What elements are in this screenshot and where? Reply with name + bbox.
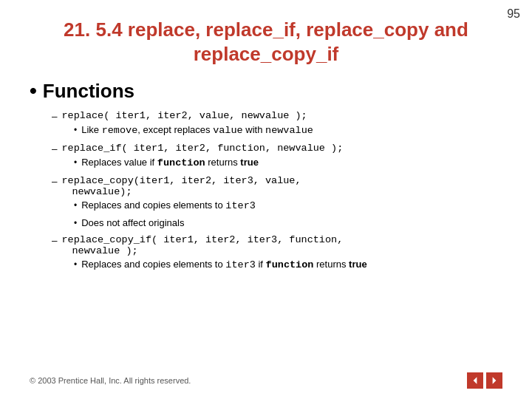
- sub-dot-icon: •: [74, 125, 77, 135]
- dash-icon: –: [52, 143, 58, 154]
- sub-dot-icon: •: [74, 157, 77, 168]
- dash-line: – replace_copy(iter1, iter2, iter3, valu…: [52, 175, 502, 197]
- main-bullet-label: Functions: [43, 80, 134, 103]
- main-bullet: • Functions: [30, 79, 502, 103]
- dash-line: – replace( iter1, iter2, value, newvalue…: [52, 110, 502, 122]
- code-snippet-line2: newvalue);: [72, 186, 301, 197]
- list-item: – replace_if( iter1, iter2, function, ne…: [52, 143, 502, 172]
- slide: 95 21. 5.4 replace, replace_if, replace_…: [0, 0, 532, 399]
- svg-marker-0: [474, 377, 477, 384]
- sub-text: Replaces value if function returns true: [81, 156, 259, 171]
- list-item: – replace_copy(iter1, iter2, iter3, valu…: [52, 175, 502, 231]
- code-snippet-line1: replace_copy_if( iter1, iter2, iter3, fu…: [62, 234, 344, 245]
- code-snippet: replace( iter1, iter2, value, newvalue )…: [62, 110, 307, 121]
- prev-button[interactable]: [467, 372, 483, 389]
- sub-dot-icon: •: [74, 218, 77, 228]
- code-block: replace_copy_if( iter1, iter2, iter3, fu…: [62, 234, 344, 256]
- footer-navigation[interactable]: [467, 372, 502, 389]
- content-list: – replace( iter1, iter2, value, newvalue…: [52, 110, 502, 274]
- footer: © 2003 Prentice Hall, Inc. All rights re…: [0, 372, 532, 389]
- page-number: 95: [507, 7, 520, 21]
- code-snippet-line1: replace_copy(iter1, iter2, iter3, value,: [62, 175, 301, 186]
- prev-icon: [471, 376, 480, 385]
- dash-line: – replace_copy_if( iter1, iter2, iter3, …: [52, 234, 502, 256]
- code-block: replace_copy(iter1, iter2, iter3, value,…: [62, 175, 301, 197]
- sub-bullet: • Replaces and copies elements to iter3: [74, 199, 502, 214]
- slide-title: 21. 5.4 replace, replace_if, replace_cop…: [30, 18, 502, 66]
- code-snippet: replace_if( iter1, iter2, function, newv…: [62, 143, 344, 154]
- next-button[interactable]: [486, 372, 502, 389]
- dash-line: – replace_if( iter1, iter2, function, ne…: [52, 143, 502, 154]
- sub-bullet: • Replaces and copies elements to iter3 …: [74, 258, 502, 273]
- dash-icon: –: [52, 111, 58, 122]
- sub-dot-icon: •: [74, 259, 77, 270]
- sub-bullet: • Replaces value if function returns tru…: [74, 156, 502, 171]
- sub-text-originals: Does not affect originals: [81, 216, 184, 230]
- sub-bullet: • Like remove, except replaces value wit…: [74, 123, 502, 138]
- sub-text: Replaces and copies elements to iter3 if…: [81, 258, 366, 273]
- svg-marker-1: [493, 377, 497, 384]
- sub-text: Like remove, except replaces value with …: [81, 123, 313, 138]
- code-snippet-line2: newvalue );: [72, 245, 344, 256]
- list-item: – replace_copy_if( iter1, iter2, iter3, …: [52, 234, 502, 274]
- main-bullet-dot: •: [30, 79, 37, 103]
- dash-icon: –: [52, 176, 58, 187]
- next-icon: [490, 376, 499, 385]
- sub-text: Replaces and copies elements to iter3: [81, 199, 256, 214]
- sub-dot-icon: •: [74, 200, 77, 211]
- list-item: – replace( iter1, iter2, value, newvalue…: [52, 110, 502, 140]
- sub-bullet: • Does not affect originals: [74, 216, 502, 230]
- dash-icon: –: [52, 235, 58, 246]
- footer-copyright: © 2003 Prentice Hall, Inc. All rights re…: [30, 376, 191, 385]
